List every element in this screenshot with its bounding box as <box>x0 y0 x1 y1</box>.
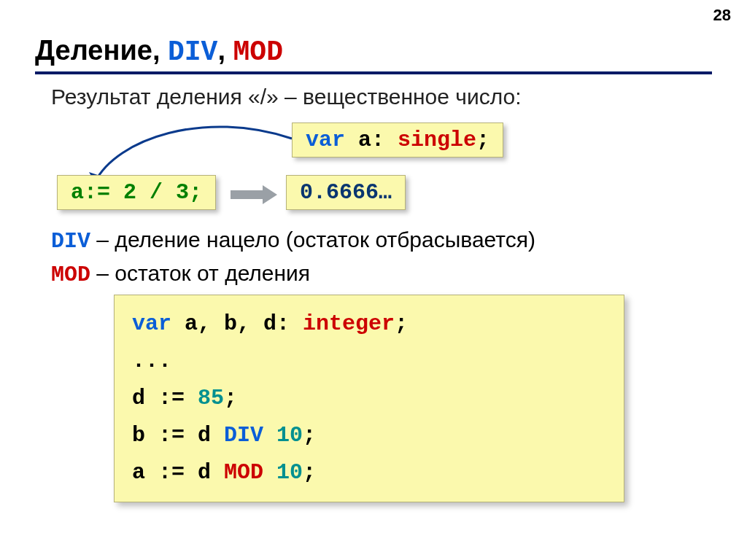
bb-semi4: ; <box>303 423 316 448</box>
def-mod-kw: MOD <box>51 262 90 287</box>
var-decl-box: var a: single; <box>292 122 503 158</box>
bb-sp4 <box>263 423 276 448</box>
def-div-line: DIV – деление нацело (остаток отбрасывае… <box>51 228 535 254</box>
def-div-text: – деление нацело (остаток отбрасывается) <box>90 228 535 252</box>
def-mod-text: – остаток от деления <box>90 261 310 285</box>
bb-sp5 <box>263 460 276 485</box>
var-semi: ; <box>476 128 489 152</box>
bb-var: var <box>132 311 171 336</box>
bb-integer: integer <box>303 311 395 336</box>
bb-10b: 10 <box>276 460 303 485</box>
bb-semi5: ; <box>303 460 316 485</box>
arrow-right-icon <box>231 187 277 203</box>
bb-dots: ... <box>132 349 171 373</box>
title-sep1: , <box>152 35 168 66</box>
kw-single: single <box>398 128 476 152</box>
bb-b-lhs: b := d <box>132 423 224 448</box>
assign-box: a:= 2 / 3; <box>57 175 216 210</box>
bb-semi3: ; <box>224 386 237 411</box>
def-div-kw: DIV <box>51 229 90 254</box>
title-underline <box>35 71 712 74</box>
title-sep2: , <box>217 35 233 66</box>
slide-title: Деление, DIV, MOD <box>35 35 283 68</box>
title-mod: MOD <box>233 36 283 68</box>
kw-var: var <box>306 128 345 152</box>
subtitle-text: Результат деления «/» – вещественное чис… <box>51 85 522 109</box>
bb-10a: 10 <box>276 423 303 448</box>
bb-vars: a, b, d: <box>171 311 303 336</box>
bb-85: 85 <box>198 386 224 411</box>
bb-a-lhs: a := d <box>132 460 224 485</box>
var-a: a: <box>345 128 398 152</box>
title-div: DIV <box>168 36 217 68</box>
def-mod-line: MOD – остаток от деления <box>51 261 310 287</box>
result-box: 0.6666… <box>286 175 406 210</box>
bb-mod-op: MOD <box>224 460 263 485</box>
bb-d-lhs: d := <box>132 386 198 411</box>
page-number: 28 <box>713 6 731 25</box>
title-word: Деление <box>35 35 152 66</box>
code-block-main: var a, b, d: integer; ... d := 85; b := … <box>114 295 624 502</box>
bb-div-op: DIV <box>224 423 263 448</box>
bb-semi1: ; <box>395 311 408 336</box>
